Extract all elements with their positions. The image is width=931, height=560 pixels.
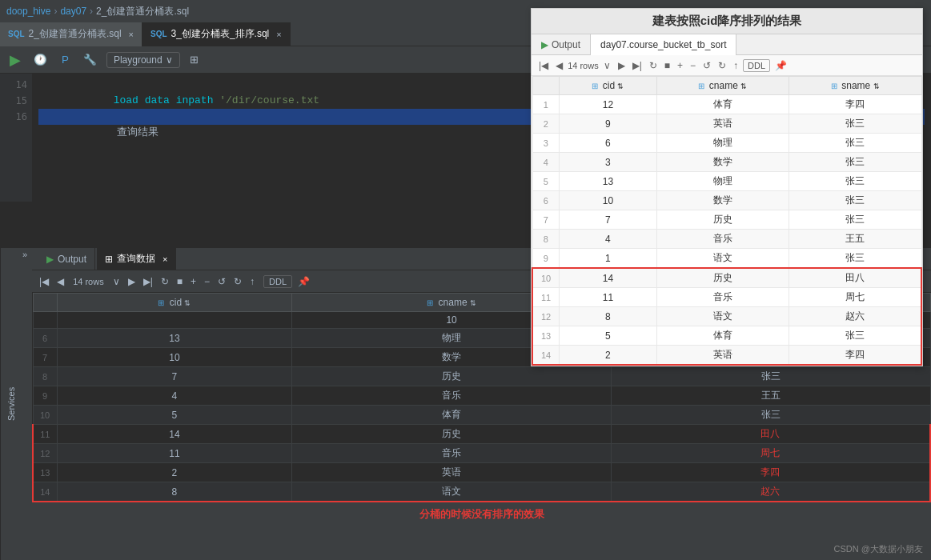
rp-cell-sname: 周七 <box>789 288 921 307</box>
right-panel: 建表按照cid降序排列的结果 ▶ Output day07.course_buc… <box>531 8 923 366</box>
rp-table-row: 4 3 数学 张三 <box>532 153 921 172</box>
col-cname-sort[interactable]: ⇅ <box>470 299 476 307</box>
rp-table-row: 13 5 体育 张三 <box>532 326 921 346</box>
grid-button[interactable]: ⊞ <box>185 51 203 68</box>
rp-cell-cid: 9 <box>560 114 656 134</box>
rp-cell-sname: 张三 <box>789 326 921 346</box>
rp-pin[interactable]: 📌 <box>772 59 789 72</box>
rp-up[interactable]: ↑ <box>731 59 740 72</box>
cell-cid: 2 <box>57 463 292 482</box>
bottom-tab-output[interactable]: ▶ Output <box>38 248 95 270</box>
cell-cid: 8 <box>57 482 292 502</box>
breadcrumb-item-2[interactable]: day07 <box>60 6 86 17</box>
bottom-tab-query[interactable]: ⊞ 查询数据 × <box>97 248 176 270</box>
row-num: 12 <box>33 444 57 463</box>
nav-last-button[interactable]: ▶| <box>141 274 155 289</box>
rp-nav-last[interactable]: ▶| <box>630 59 644 72</box>
table-row: 13 2 英语 李四 <box>33 463 930 482</box>
rp-row-num: 2 <box>532 114 560 134</box>
undo-button[interactable]: ↺ <box>215 274 228 289</box>
tab-sql-2[interactable]: SQL 3_创建分桶表_排序.sql × <box>142 22 291 46</box>
rp-data-table: ⊞ cid ⇅ ⊞ cname ⇅ ⊞ sname ⇅ <box>532 76 922 366</box>
nav-prev-button[interactable]: ◀ <box>54 274 66 289</box>
rp-ddl[interactable]: DDL <box>743 59 770 72</box>
row-num: 7 <box>33 348 57 367</box>
playground-dropdown[interactable]: Playground ∨ <box>106 52 180 68</box>
rp-tab-output[interactable]: ▶ Output <box>532 34 591 55</box>
settings-button[interactable]: 🔧 <box>78 51 102 68</box>
wrench-icon: 🔧 <box>83 54 97 66</box>
row-num: 14 <box>33 482 57 502</box>
tab-close-1[interactable]: × <box>129 30 134 39</box>
history-button[interactable]: 🕐 <box>29 51 52 68</box>
bottom-tab-query-label: 查询数据 <box>117 252 155 266</box>
rp-row-num: 7 <box>532 210 560 230</box>
rp-header-row: ⊞ cid ⇅ ⊞ cname ⇅ ⊞ sname ⇅ <box>532 77 921 95</box>
add-button[interactable]: + <box>188 274 199 289</box>
rp-cname-sort[interactable]: ⇅ <box>740 82 747 90</box>
redo-button[interactable]: ↻ <box>231 274 244 289</box>
minus-button[interactable]: − <box>202 274 212 289</box>
rp-minus[interactable]: − <box>688 59 698 72</box>
rp-cid-sort[interactable]: ⇅ <box>617 82 624 90</box>
rp-nav-prev[interactable]: ◀ <box>553 59 565 72</box>
rp-row-num: 6 <box>532 191 560 210</box>
rp-col-num <box>532 77 560 95</box>
rp-nav-first[interactable]: |◀ <box>536 59 551 72</box>
cell-sname: 张三 <box>611 367 930 386</box>
cell-cname: 历史 <box>292 425 612 444</box>
rp-cell-cid: 8 <box>560 307 656 326</box>
refresh-button[interactable]: ↻ <box>159 274 171 289</box>
cell-cname: 语文 <box>292 482 612 502</box>
rp-table-area[interactable]: ⊞ cid ⇅ ⊞ cname ⇅ ⊞ sname ⇅ <box>532 76 922 366</box>
ddl-button[interactable]: DDL <box>263 275 292 288</box>
rp-cell-cid: 10 <box>560 191 656 210</box>
stop-button[interactable]: ■ <box>175 274 185 289</box>
rp-table-row: 5 13 物理 张三 <box>532 172 921 191</box>
run-button[interactable]: ▶ <box>6 50 24 70</box>
rp-cell-sname: 张三 <box>789 172 921 191</box>
rp-sname-sort[interactable]: ⇅ <box>873 82 880 90</box>
rp-table-row: 3 6 物理 张三 <box>532 134 921 153</box>
rp-cell-sname: 张三 <box>789 210 921 230</box>
rp-cell-cname: 体育 <box>656 326 789 346</box>
rp-col-sname[interactable]: ⊞ sname ⇅ <box>789 77 921 95</box>
rp-rows-dropdown[interactable]: ∨ <box>601 59 613 72</box>
rp-stop[interactable]: ■ <box>662 59 672 72</box>
rows-dropdown-button[interactable]: ∨ <box>110 274 122 289</box>
rp-cell-cid: 2 <box>560 346 656 366</box>
col-cid-sort[interactable]: ⇅ <box>184 299 191 307</box>
cell-sname: 张三 <box>611 406 930 425</box>
tab-close-2[interactable]: × <box>276 30 281 39</box>
rp-cell-sname: 李四 <box>789 346 921 366</box>
expand-icon[interactable]: » <box>22 250 27 259</box>
rp-col-cname[interactable]: ⊞ cname ⇅ <box>656 77 789 95</box>
col-cid[interactable]: ⊞ cid ⇅ <box>57 294 292 312</box>
bottom-tab-query-close[interactable]: × <box>163 254 167 264</box>
up-button[interactable]: ↑ <box>247 274 257 289</box>
rp-table-row: 9 1 语文 张三 <box>532 249 921 269</box>
tab-sql-1[interactable]: SQL 2_创建普通分桶表.sql × <box>0 22 142 46</box>
rp-sname-label: sname <box>841 80 870 91</box>
rp-add[interactable]: + <box>675 59 685 72</box>
rp-cell-cid: 7 <box>560 210 656 230</box>
rp-nav-next[interactable]: ▶ <box>616 59 628 72</box>
rp-cell-cname: 数学 <box>656 191 789 210</box>
nav-next-button[interactable]: ▶ <box>126 274 138 289</box>
code-path: '/dir/course.txt <box>219 94 319 106</box>
grid-icon: ⊞ <box>190 54 199 66</box>
cell-sname: 李四 <box>611 463 930 482</box>
rp-cell-cname: 物理 <box>656 134 789 153</box>
pin-result-button[interactable]: 📌 <box>295 274 312 289</box>
pin-button[interactable]: P <box>57 51 74 68</box>
rp-refresh[interactable]: ↻ <box>647 59 660 72</box>
rp-tab-sort[interactable]: day07.course_bucket_tb_sort <box>591 34 736 55</box>
cell-cid: 7 <box>57 367 292 386</box>
rp-cell-cid: 3 <box>560 153 656 172</box>
nav-first-button[interactable]: |◀ <box>37 274 51 289</box>
breadcrumb-sep-2: › <box>90 6 93 17</box>
rp-undo[interactable]: ↺ <box>700 59 713 72</box>
rp-redo[interactable]: ↻ <box>716 59 728 72</box>
breadcrumb-item-1[interactable]: doop_hive <box>6 6 50 17</box>
rp-col-cid[interactable]: ⊞ cid ⇅ <box>560 77 656 95</box>
